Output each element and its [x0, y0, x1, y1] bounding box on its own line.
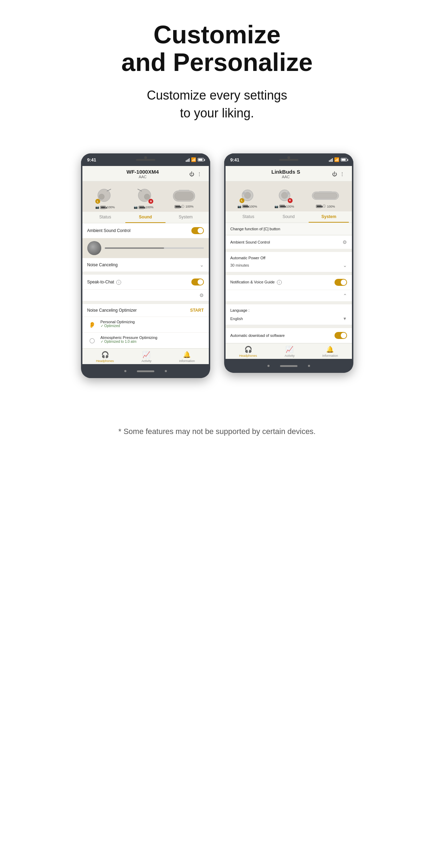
power-off-value: 30 minutes — [230, 263, 249, 267]
nav-information-right[interactable]: 🔔 Information — [322, 346, 338, 357]
auto-download-row[interactable]: Automatic download of software — [226, 328, 352, 343]
info-icon-case: ⓘ — [181, 204, 184, 209]
gear-row[interactable]: ⚙ — [82, 290, 209, 301]
battery-pct-r-right: 100% — [286, 205, 294, 208]
nav-headphones-left[interactable]: 🎧 Headphones — [96, 351, 114, 363]
earbud-left-item: L 📷 100% — [95, 187, 116, 209]
speak-to-chat-label: Speak-to-Chat i — [87, 280, 122, 285]
bt-icon-l-right: 📷 — [237, 205, 241, 208]
anc-slider-container — [105, 247, 204, 249]
activity-nav-label-right: Activity — [285, 354, 295, 357]
gear-icon-right[interactable]: ⚙ — [343, 239, 347, 245]
recent-button-left[interactable] — [165, 370, 167, 372]
phone-right-screen: LinkBuds S AAC ⏻ ⋮ — [226, 166, 352, 359]
battery-row-r: 📷 100% — [134, 205, 153, 209]
power-section: Automatic Power Off 30 minutes ⌄ — [226, 252, 352, 272]
divider-1 — [82, 272, 209, 275]
language-select-row[interactable]: English ▼ — [226, 313, 352, 325]
language-section: Language : English ▼ — [226, 304, 352, 325]
nav-headphones-right[interactable]: 🎧 Headphones — [239, 346, 257, 357]
bottom-nav-left: 🎧 Headphones 📈 Activity 🔔 Information — [82, 348, 209, 364]
info-icon-case-right: ⓘ — [323, 204, 326, 209]
personal-opt-label: Personal Optimizing — [101, 320, 135, 324]
speak-to-chat-row[interactable]: Speak-to-Chat i — [82, 275, 209, 289]
bt-icon-r: 📷 — [134, 205, 138, 209]
power-icon-left[interactable]: ⏻ — [189, 171, 194, 177]
nav-information-left[interactable]: 🔔 Information — [179, 351, 195, 363]
speak-toggle[interactable] — [191, 279, 204, 285]
tab-status-right[interactable]: Status — [228, 211, 269, 223]
nav-activity-left[interactable]: 📈 Activity — [141, 351, 152, 363]
linkbud-right-img: R — [276, 188, 293, 204]
ambient-label-right: Ambient Sound Control — [230, 240, 270, 244]
badge-l-right: L — [240, 198, 244, 203]
auto-power-off-label: Automatic Power Off — [230, 256, 266, 260]
app-header-left: WF-1000XM4 AAC ⏻ ⋮ — [82, 166, 209, 181]
menu-icon-left[interactable]: ⋮ — [197, 171, 202, 177]
earbud-right-item: R 📷 100% — [133, 187, 154, 209]
badge-r: R — [148, 199, 153, 204]
device-codec-left: AAC — [126, 175, 159, 179]
tab-system-right[interactable]: System — [309, 211, 349, 223]
phone-right: 9:41 📶 — [224, 153, 353, 373]
start-button[interactable]: START — [190, 308, 204, 313]
activity-nav-label-left: Activity — [141, 359, 152, 363]
anc-slider[interactable] — [105, 247, 204, 249]
bell-nav-icon-right: 🔔 — [326, 346, 334, 353]
information-nav-label-left: Information — [179, 359, 195, 363]
notification-toggle[interactable] — [334, 279, 347, 286]
power-icon-right[interactable]: ⏻ — [332, 171, 337, 177]
tab-sound-right[interactable]: Sound — [269, 211, 309, 223]
expand-row[interactable]: ⌄ — [226, 290, 352, 301]
chevron-down-icon: ⌄ — [200, 262, 204, 268]
svg-point-4 — [144, 194, 150, 200]
battery-pct-r: 100% — [145, 205, 153, 209]
divider-r-2 — [226, 272, 352, 275]
phone-left: 9:41 📶 — [81, 153, 210, 378]
tab-status-left[interactable]: Status — [85, 212, 125, 223]
case-svg-right — [311, 187, 339, 203]
ambient-row[interactable]: Ambient Sound Control — [82, 223, 209, 238]
headphones-nav-label-right: Headphones — [239, 354, 257, 357]
tab-sound-left[interactable]: Sound — [125, 212, 165, 223]
app-header-right: LinkBuds S AAC ⏻ ⋮ — [226, 166, 352, 181]
phone-right-time: 9:41 — [230, 157, 240, 162]
change-function-label: Change function of [C] button — [230, 227, 280, 231]
notification-row[interactable]: Notification & Voice Guide i — [226, 275, 352, 290]
svg-point-1 — [99, 194, 104, 200]
svg-rect-16 — [314, 193, 337, 198]
back-button-right[interactable] — [267, 365, 270, 367]
phone-bottom-bar-right — [226, 359, 352, 373]
power-off-value-row[interactable]: 30 minutes ⌄ — [226, 262, 352, 272]
change-function-row[interactable]: Change function of [C] button — [226, 223, 352, 235]
ambient-toggle[interactable] — [191, 227, 204, 234]
headphones-nav-icon-left: 🎧 — [101, 351, 109, 359]
back-button-left[interactable] — [124, 370, 126, 372]
atmospheric-label: Atmospheric Pressure Optimizing — [101, 335, 157, 340]
battery-row-case-left: ⓘ 100% — [175, 204, 193, 209]
auto-download-toggle[interactable] — [334, 332, 347, 339]
home-button-right[interactable] — [280, 365, 297, 367]
tab-system-left[interactable]: System — [165, 212, 206, 223]
personal-opt-text: Personal Optimizing ✓ Optimized — [101, 320, 135, 328]
ambient-row-right[interactable]: Ambient Sound Control ⚙ — [226, 236, 352, 249]
noise-canceling-label: Noise Canceling — [87, 262, 118, 267]
gear-icon[interactable]: ⚙ — [199, 292, 204, 298]
home-button-left[interactable] — [137, 370, 154, 372]
divider-2 — [82, 301, 209, 304]
divider-r-1 — [226, 249, 352, 252]
activity-nav-icon-left: 📈 — [142, 351, 150, 359]
phone-bottom-bar-left — [82, 364, 209, 378]
auto-power-off-row: Automatic Power Off — [226, 252, 352, 261]
earbud-left-img: L — [95, 187, 116, 204]
notification-label: Notification & Voice Guide i — [230, 280, 282, 285]
sound-content: Ambient Sound Control — [82, 223, 209, 348]
nav-activity-right[interactable]: 📈 Activity — [285, 346, 295, 357]
menu-icon-right[interactable]: ⋮ — [340, 171, 345, 177]
optimizer-header-row: Noise Canceling Optimizer START — [82, 304, 209, 317]
bt-icon-l: 📷 — [95, 205, 99, 209]
page-subtitle: Customize every settings to your liking. — [121, 87, 312, 122]
info-icon-speak: i — [116, 280, 121, 285]
noise-canceling-row[interactable]: Noise Canceling ⌄ — [82, 258, 209, 272]
recent-button-right[interactable] — [308, 365, 310, 367]
